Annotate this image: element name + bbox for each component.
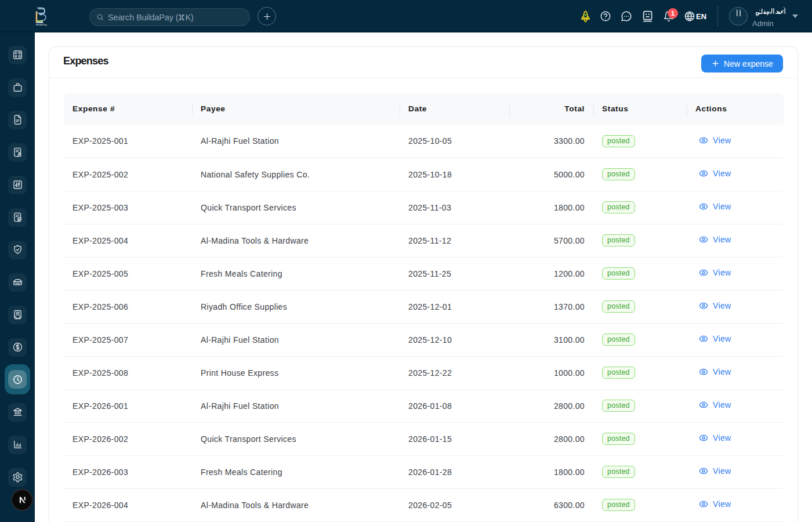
svg-text:BuildaPay: BuildaPay: [36, 23, 48, 26]
